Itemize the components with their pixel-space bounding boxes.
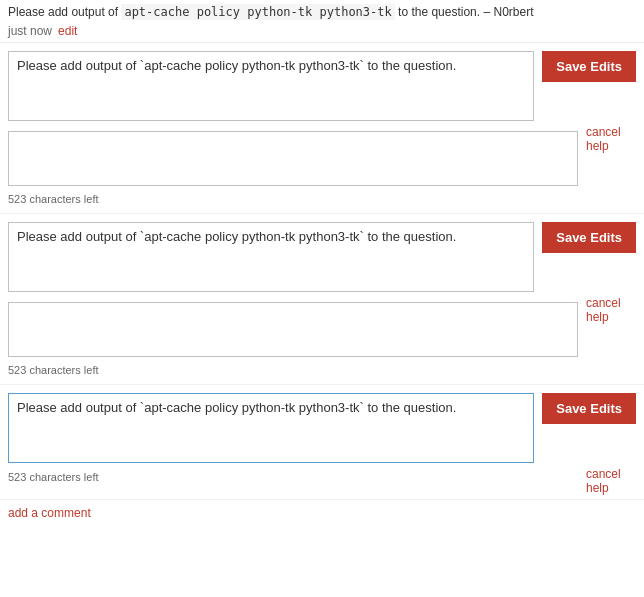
cancel-link-1[interactable]: cancel (586, 125, 636, 139)
edit-link[interactable]: edit (58, 23, 77, 40)
char-count-1: 523 characters left (8, 193, 636, 205)
main-textarea-1[interactable]: Please add output of `apt-cache policy p… (8, 51, 534, 121)
save-button-2[interactable]: Save Edits (542, 222, 636, 253)
save-button-1[interactable]: Save Edits (542, 51, 636, 82)
top-description: Please add output of apt-cache policy py… (8, 4, 533, 20)
cancel-link-2[interactable]: cancel (586, 296, 636, 310)
comment-block-3: Please add output of `apt-cache policy p… (0, 385, 644, 500)
top-bar: Please add output of apt-cache policy py… (0, 0, 644, 43)
cancel-link-3[interactable]: cancel (586, 467, 636, 481)
timestamp: just now (8, 23, 52, 40)
help-link-3[interactable]: help (586, 481, 636, 495)
meta-line: just now edit (8, 23, 636, 40)
comment-block-2: Please add output of `apt-cache policy p… (0, 214, 644, 385)
code-snippet: apt-cache policy python-tk python3-tk (121, 4, 394, 20)
char-count-3: 523 characters left (8, 471, 578, 483)
help-link-2[interactable]: help (586, 310, 636, 324)
right-links-3: cancel help (586, 467, 636, 495)
main-textarea-2[interactable]: Please add output of `apt-cache policy p… (8, 222, 534, 292)
right-links-2: cancel help (586, 296, 636, 324)
add-comment-container: add a comment (0, 500, 644, 526)
add-comment-link[interactable]: add a comment (0, 500, 99, 526)
secondary-textarea-1[interactable] (8, 131, 578, 186)
help-link-1[interactable]: help (586, 139, 636, 153)
save-button-3[interactable]: Save Edits (542, 393, 636, 424)
main-textarea-3[interactable]: Please add output of `apt-cache policy p… (8, 393, 534, 463)
char-count-2: 523 characters left (8, 364, 636, 376)
comment-block-1: Please add output of `apt-cache policy p… (0, 43, 644, 214)
secondary-textarea-2[interactable] (8, 302, 578, 357)
right-links-1: cancel help (586, 125, 636, 153)
